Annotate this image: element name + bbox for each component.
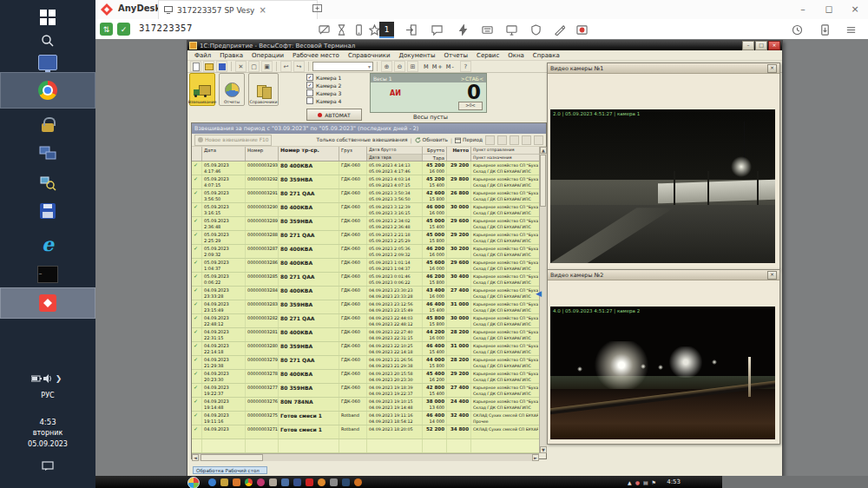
chat-button[interactable]	[430, 23, 444, 36]
remote-taskbar-phone-app[interactable]	[330, 478, 338, 486]
grid-toolbar-icon-settings[interactable]	[534, 135, 543, 145]
app-close-button[interactable]: ×	[768, 41, 780, 50]
remote-taskbar-notes-app[interactable]	[269, 478, 277, 486]
display-settings-button[interactable]	[504, 23, 518, 36]
table-row[interactable]: ✓05.09.2023 2:25:290000000328880 271 QAA…	[192, 231, 539, 245]
remote-taskbar-app-dark[interactable]	[342, 478, 350, 486]
table-row[interactable]: ✓04.09.202300000003271Готов смеси 1Rotba…	[192, 425, 539, 439]
close-tab-icon[interactable]: ×	[259, 5, 266, 15]
taskbar-app-console[interactable]: _	[0, 264, 95, 285]
refresh-button[interactable]: Обновить	[415, 137, 448, 143]
mdi-window-tab[interactable]: Обработка Рабочий стол	[193, 466, 267, 474]
grid-toolbar-icon-sum[interactable]	[510, 135, 519, 145]
restore-button[interactable]: ◻	[816, 0, 842, 18]
waiting-button[interactable]	[334, 23, 348, 36]
open-icon[interactable]	[203, 61, 214, 72]
session-switch-button[interactable]	[404, 23, 418, 36]
taskbar-app-pc[interactable]	[0, 52, 95, 73]
camera-checkbox[interactable]: Камера 4	[306, 97, 341, 104]
file-transfer-button[interactable]	[818, 23, 832, 36]
horizontal-scrollbar[interactable]: ◄ ►	[192, 453, 539, 461]
taskbar-app-ie[interactable]: e	[0, 231, 95, 257]
session-tab[interactable]: 317223357 SP Vesy ×	[158, 0, 318, 19]
table-row[interactable]: ✓05.09.2023 4:07:150000000329280 359НВАГ…	[192, 175, 539, 189]
new-weighing-button[interactable]: Новое взвешивание F10	[194, 135, 272, 146]
vertical-scrollbar[interactable]: ▲ ▼	[539, 147, 547, 453]
collapse-panel-arrow[interactable]: ◀	[536, 289, 542, 298]
grid-toolbar-icon-excel[interactable]	[485, 135, 495, 145]
redo-icon[interactable]: ↪	[293, 61, 305, 72]
table-row[interactable]: ✓05.09.2023 3:56:500000000329180 271 QAA…	[192, 189, 539, 203]
keyboard-button[interactable]	[480, 23, 494, 36]
camera1-titlebar[interactable]: Видео камеры №1 ×	[548, 63, 779, 74]
app-maximize-button[interactable]: □	[755, 41, 767, 50]
search-button[interactable]	[0, 31, 95, 50]
notification-center-button[interactable]	[0, 458, 95, 472]
remote-taskbar-media-app[interactable]	[233, 478, 240, 486]
taskbar-app-network-scan[interactable]	[0, 172, 95, 195]
menu-item[interactable]: Отчеты	[439, 52, 472, 59]
search-combo[interactable]: ▾	[312, 62, 373, 71]
menu-item[interactable]: Сервис	[472, 52, 503, 59]
undo-icon[interactable]: ↩	[280, 61, 292, 72]
table-row[interactable]: ✓04.09.2023 22:31:150000000328180 400КВА…	[192, 328, 539, 342]
nav-button[interactable]: Справочники	[248, 73, 279, 106]
remote-taskbar-app-orange[interactable]	[354, 478, 362, 486]
taskbar-app-chrome[interactable]	[0, 72, 95, 109]
camera2-titlebar[interactable]: Видео камеры №2 ×	[548, 270, 779, 280]
zoom-in-icon[interactable]: ⊕	[381, 61, 392, 72]
start-button[interactable]	[0, 7, 95, 28]
grid-toolbar-icon-filter[interactable]	[522, 135, 531, 145]
menu-item[interactable]: Документы	[395, 52, 440, 59]
zoom-out-icon[interactable]: ⊖	[394, 61, 405, 72]
taskbar-app-security[interactable]	[0, 113, 95, 135]
table-row[interactable]: ✓04.09.2023 19:22:370000000327780 359НВА…	[192, 384, 539, 398]
table-row[interactable]: ✓04.09.2023 23:15:490000000328380 359НВА…	[192, 300, 539, 314]
menu-item[interactable]: Рабочее место	[288, 52, 344, 59]
table-row[interactable]: ✓05.09.2023 4:17:460000000329380 400КВАГ…	[192, 162, 539, 175]
monitor-select-1[interactable]: 1	[379, 22, 394, 38]
tray-icons[interactable]: ❯	[0, 372, 95, 386]
remote-taskbar-recorder-app[interactable]	[306, 478, 313, 486]
camera2-close-button[interactable]: ×	[767, 271, 777, 280]
record-session-button[interactable]	[575, 23, 589, 36]
menu-item[interactable]: Правка	[215, 52, 247, 59]
new-doc-icon[interactable]	[190, 61, 201, 72]
calc-icon[interactable]: ⊞	[407, 61, 418, 72]
menu-button[interactable]	[844, 23, 858, 36]
help-icon[interactable]: ?	[460, 61, 471, 72]
memory-buttons[interactable]: M M+ M-	[424, 63, 455, 70]
copy-icon[interactable]: ▢	[248, 61, 260, 72]
remote-tray[interactable]: ▲ ● ▤ ⚑	[628, 479, 656, 485]
taskbar-app-anydesk[interactable]	[0, 287, 95, 319]
new-tab-button[interactable]	[312, 4, 324, 15]
taskbar-app-remote[interactable]	[0, 142, 95, 165]
remote-start-button[interactable]	[187, 477, 200, 488]
automat-button[interactable]: АВТОМАТ	[306, 109, 362, 121]
table-row[interactable]: ✓04.09.2023 19:11:1600000003275Готов сме…	[192, 412, 539, 425]
table-row[interactable]: ✓05.09.2023 3:16:150000000329080 400КВАГ…	[192, 203, 539, 217]
remote-taskbar-explorer[interactable]	[220, 478, 228, 486]
weighings-titlebar[interactable]: Взвешивания за период с "03.09.2023" по …	[192, 123, 546, 134]
language-indicator[interactable]: РУС	[0, 392, 95, 399]
nav-button[interactable]: Отчеты	[219, 73, 245, 106]
table-row[interactable]: ✓04.09.2023 23:33:280000000328480 400КВА…	[192, 287, 539, 300]
table-header[interactable]: Дата Номер Номер тр-ср. Груз Дата брутто…	[192, 147, 539, 162]
table-row[interactable]: ✓05.09.2023 1:04:370000000328680 400КВАГ…	[192, 259, 539, 273]
cut-icon[interactable]: ✕	[235, 61, 247, 72]
close-button[interactable]: ×	[842, 0, 868, 18]
paste-icon[interactable]: ▣	[261, 61, 273, 72]
table-row[interactable]: ✓04.09.2023 20:23:300000000327880 400КВА…	[192, 370, 539, 384]
remote-taskbar-ie[interactable]	[208, 478, 216, 486]
grid-toolbar-icon-export[interactable]	[497, 135, 507, 145]
save-icon[interactable]	[216, 61, 227, 72]
table-row[interactable]: ✓04.09.2023 22:14:180000000328080 359НВА…	[192, 342, 539, 356]
menu-item[interactable]: Справка	[529, 52, 564, 59]
table-row[interactable]: ✓04.09.2023 19:14:480000000327680N 784NA…	[192, 398, 539, 412]
remote-taskbar-chrome[interactable]	[245, 478, 253, 486]
remote-address[interactable]: 317223357	[139, 23, 193, 33]
table-row[interactable]: ✓05.09.2023 2:36:480000000328980 359НВАГ…	[192, 217, 539, 231]
app-minimize-button[interactable]: –	[742, 41, 754, 50]
monitor-off-button[interactable]	[317, 23, 331, 36]
minimize-button[interactable]: –	[790, 0, 816, 18]
